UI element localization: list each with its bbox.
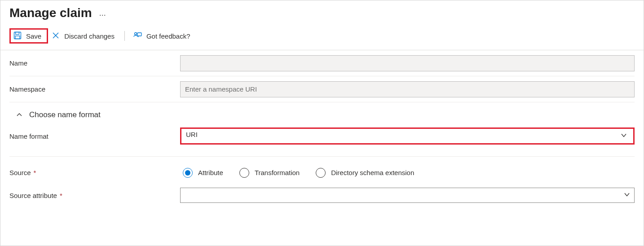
source-label: Source* <box>9 169 180 176</box>
svg-rect-1 <box>16 32 19 34</box>
radio-label: Transformation <box>255 169 300 176</box>
radio-icon <box>183 168 193 178</box>
name-row: Name <box>9 50 635 76</box>
more-actions-button[interactable]: ··· <box>99 11 106 19</box>
source-radio-attribute[interactable]: Attribute <box>183 168 223 178</box>
radio-label: Directory schema extension <box>331 169 414 176</box>
namespace-row: Namespace <box>9 76 635 102</box>
svg-rect-2 <box>15 36 20 39</box>
feedback-label: Got feedback? <box>146 32 190 40</box>
page-title: Manage claim <box>9 6 92 20</box>
svg-point-5 <box>134 32 137 35</box>
close-icon <box>52 31 60 41</box>
separator <box>124 31 125 41</box>
format-section-toggle[interactable]: Choose name format <box>9 102 635 126</box>
namespace-label: Namespace <box>9 85 180 93</box>
name-format-label: Name format <box>9 132 180 140</box>
save-button[interactable]: Save <box>9 28 48 44</box>
discard-button[interactable]: Discard changes <box>48 28 120 44</box>
source-attribute-select[interactable] <box>180 188 635 203</box>
required-asterisk: * <box>60 192 62 199</box>
save-icon <box>13 31 22 41</box>
radio-icon <box>239 168 249 178</box>
name-format-value: URI <box>181 129 633 143</box>
chevron-up-icon <box>16 111 23 119</box>
source-radio-transformation[interactable]: Transformation <box>239 168 300 178</box>
save-label: Save <box>26 32 41 40</box>
source-row: Source* Attribute Transformation Directo… <box>9 156 635 182</box>
source-attribute-value <box>180 188 635 203</box>
format-section-label: Choose name format <box>29 110 101 119</box>
radio-icon <box>316 168 326 178</box>
svg-rect-6 <box>137 33 141 36</box>
radio-label: Attribute <box>198 169 223 176</box>
source-attribute-label: Source attribute* <box>9 192 180 199</box>
namespace-input[interactable] <box>180 81 635 97</box>
source-radio-group: Attribute Transformation Directory schem… <box>180 168 635 178</box>
name-label: Name <box>9 59 180 67</box>
discard-label: Discard changes <box>64 32 115 40</box>
name-format-row: Name format URI <box>9 126 635 156</box>
name-format-select[interactable]: URI <box>180 127 635 145</box>
required-asterisk: * <box>34 169 36 176</box>
toolbar: Save Discard changes Got feedback? <box>0 24 644 50</box>
name-input[interactable] <box>180 55 635 71</box>
feedback-icon <box>133 31 142 41</box>
source-radio-directory-ext[interactable]: Directory schema extension <box>316 168 414 178</box>
source-attribute-row: Source attribute* <box>9 182 635 208</box>
feedback-button[interactable]: Got feedback? <box>129 28 196 44</box>
